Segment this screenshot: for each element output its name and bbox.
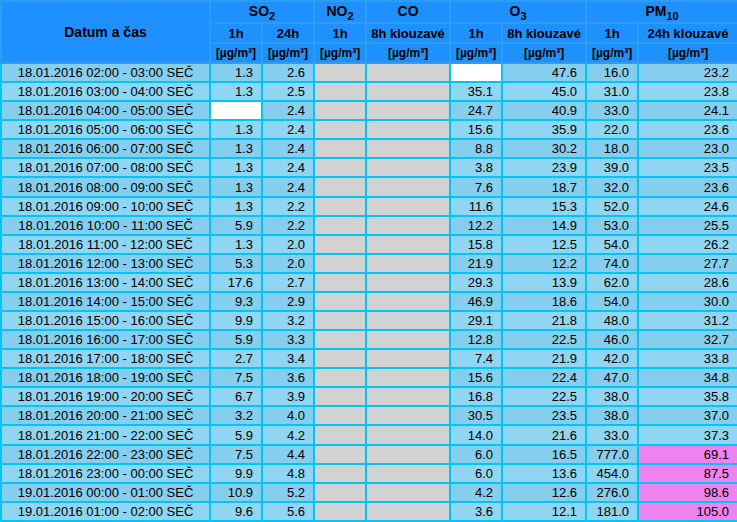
header-pollutants-row: Datum a čas SO2 NO2 CO O3 PM10 [1,1,737,23]
o3-8h-klouzave-cell: 45.0 [502,82,586,101]
o3-8h-klouzave-cell: 12.2 [502,254,586,273]
o3-1h-cell: 35.1 [450,82,502,101]
co-8h-klouzave-cell [366,158,450,177]
unit-label: [µg/m³] [314,43,366,63]
so2-24h-cell: 2.0 [262,254,314,273]
so2-1h-cell: 1.3 [210,63,262,82]
no2-1h-cell [314,311,366,330]
table-row: 18.01.2016 20:00 - 21:00 SEČ3.24.030.523… [1,406,737,425]
so2-24h-cell: 2.6 [262,63,314,82]
table-row: 18.01.2016 06:00 - 07:00 SEČ1.32.48.830.… [1,139,737,158]
pm10-24h-klouzave-cell: 23.6 [638,177,737,196]
co-8h-klouzave-cell [366,368,450,387]
datetime-cell: 18.01.2016 08:00 - 09:00 SEČ [1,177,210,196]
pollutant-symbol: O [510,3,521,19]
o3-1h-cell: 3.8 [450,158,502,177]
pm10-1h-cell: 33.0 [586,101,638,120]
so2-24h-cell: 2.2 [262,216,314,235]
pm10-1h-cell: 454.0 [586,464,638,483]
so2-24h-cell: 3.4 [262,349,314,368]
pm10-1h-cell: 31.0 [586,82,638,101]
co-8h-klouzave-cell [366,101,450,120]
table-row: 18.01.2016 14:00 - 15:00 SEČ9.32.946.918… [1,292,737,311]
o3-1h-cell: 15.6 [450,368,502,387]
no2-1h-cell [314,368,366,387]
datetime-cell: 18.01.2016 19:00 - 20:00 SEČ [1,387,210,406]
table-body: 18.01.2016 02:00 - 03:00 SEČ1.32.647.616… [1,63,737,521]
so2-24h-cell: 3.6 [262,368,314,387]
so2-24h-cell: 4.2 [262,425,314,444]
no2-1h-cell [314,406,366,425]
o3-1h-cell: 8.8 [450,139,502,158]
o3-8h-klouzave-cell: 16.5 [502,445,586,464]
so2-1h-cell: 7.5 [210,445,262,464]
co-8h-klouzave-cell [366,216,450,235]
pm10-1h-cell: 777.0 [586,445,638,464]
table-row: 18.01.2016 09:00 - 10:00 SEČ1.32.211.615… [1,197,737,216]
so2-column-header: SO2 [210,1,314,23]
table-row: 18.01.2016 02:00 - 03:00 SEČ1.32.647.616… [1,63,737,82]
so2-24h-cell: 2.7 [262,273,314,292]
unit-label: [µg/m³] [638,43,737,63]
no2-1h-cell [314,235,366,254]
o3-1h-cell: 29.1 [450,311,502,330]
pm10-24h-klouzave-cell: 37.3 [638,425,737,444]
co-8h-klouzave-cell [366,406,450,425]
o3-1h-cell: 15.6 [450,120,502,139]
so2-1h-cell: 9.9 [210,311,262,330]
no2-1h-cell [314,254,366,273]
pm10-1h-cell: 39.0 [586,158,638,177]
pm10-24h-klouzave-cell: 33.8 [638,349,737,368]
pm10-24h-klouzave-cell: 23.8 [638,82,737,101]
so2-24h-cell: 3.9 [262,387,314,406]
so2-24h-cell: 5.6 [262,502,314,521]
o3-1h-header: 1h [450,23,502,43]
datetime-cell: 18.01.2016 23:00 - 00:00 SEČ [1,464,210,483]
no2-1h-cell [314,502,366,521]
no2-1h-cell [314,139,366,158]
so2-1h-header: 1h [210,23,262,43]
so2-1h-cell: 1.3 [210,120,262,139]
o3-1h-cell: 6.0 [450,445,502,464]
o3-8h-klouzave-cell: 12.6 [502,483,586,502]
o3-8h-klouzave-cell: 21.9 [502,349,586,368]
o3-column-header: O3 [450,1,586,23]
pm10-24h-klouzave-cell: 23.6 [638,120,737,139]
datetime-cell: 18.01.2016 13:00 - 14:00 SEČ [1,273,210,292]
no2-column-header: NO2 [314,1,366,23]
co-8h-klouzave-cell [366,292,450,311]
no2-1h-cell [314,120,366,139]
pm10-24h-klouzave-cell: 30.0 [638,292,737,311]
co-8h-klouzave-cell [366,273,450,292]
o3-8h-klouzave-cell: 21.8 [502,311,586,330]
o3-8h-klouzave-cell: 18.7 [502,177,586,196]
so2-1h-cell: 1.3 [210,158,262,177]
o3-8h-klouzave-cell: 13.9 [502,273,586,292]
so2-24h-cell: 4.4 [262,445,314,464]
unit-label: [µg/m³] [366,43,450,63]
unit-label: [µg/m³] [502,43,586,63]
o3-8h-klouzave-cell: 23.9 [502,158,586,177]
so2-1h-cell: 1.3 [210,235,262,254]
so2-24h-cell: 2.4 [262,158,314,177]
no2-1h-cell [314,63,366,82]
table-row: 18.01.2016 07:00 - 08:00 SEČ1.32.43.823.… [1,158,737,177]
no2-1h-cell [314,197,366,216]
o3-8h-klouzave-cell: 18.6 [502,292,586,311]
o3-8h-klouzave-cell: 13.6 [502,464,586,483]
no2-1h-cell [314,387,366,406]
pm10-column-header: PM10 [586,1,737,23]
so2-1h-cell: 9.9 [210,464,262,483]
o3-1h-cell: 15.8 [450,235,502,254]
datetime-cell: 18.01.2016 18:00 - 19:00 SEČ [1,368,210,387]
o3-1h-cell: 12.8 [450,330,502,349]
pm10-24h-klouzave-cell: 35.8 [638,387,737,406]
pm10-1h-cell: 54.0 [586,292,638,311]
datetime-cell: 18.01.2016 04:00 - 05:00 SEČ [1,101,210,120]
unit-label: [µg/m³] [586,43,638,63]
pm10-24h-klouzave-cell: 23.2 [638,63,737,82]
pm10-1h-cell: 33.0 [586,425,638,444]
o3-8h-klouzave-cell: 22.4 [502,368,586,387]
pm10-1h-header: 1h [586,23,638,43]
pm10-1h-cell: 48.0 [586,311,638,330]
